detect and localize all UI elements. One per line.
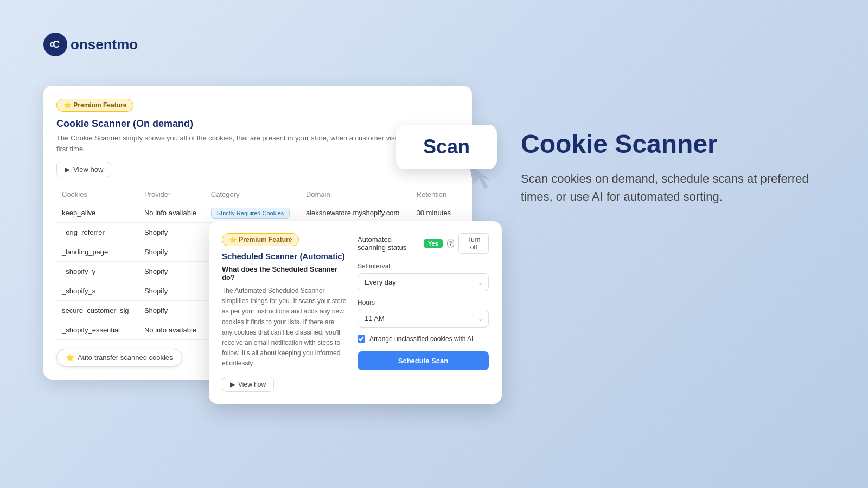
premium-badge-scheduled: ⭐ Premium Feature bbox=[222, 233, 299, 246]
col-category: Category bbox=[206, 186, 301, 203]
schedule-scan-button[interactable]: Schedule Scan bbox=[358, 351, 489, 370]
col-retention: Retention bbox=[411, 186, 459, 203]
hours-label: Hours bbox=[358, 299, 489, 306]
scheduled-card: ⭐ Premium Feature Scheduled Scanner (Aut… bbox=[209, 221, 502, 404]
auto-transfer-label: Auto-transfer scanned cookies bbox=[78, 354, 173, 362]
interval-select[interactable]: Every day Every week Every month bbox=[358, 273, 489, 291]
scheduled-view-how-button[interactable]: ▶ View how bbox=[222, 377, 274, 392]
scheduled-left-panel: ⭐ Premium Feature Scheduled Scanner (Aut… bbox=[222, 233, 347, 392]
turn-off-button[interactable]: Turn off bbox=[458, 233, 489, 254]
right-title: Cookie Scanner bbox=[521, 130, 825, 159]
status-yes-badge: Yes bbox=[424, 239, 443, 248]
scan-button[interactable]: Scan bbox=[396, 125, 497, 169]
interval-label: Set interval bbox=[358, 262, 489, 270]
logo: C onsentmo bbox=[43, 33, 138, 56]
hours-select[interactable]: 11 AM 12 PM 1 PM 2 PM bbox=[358, 310, 489, 328]
what-does-title: What does the Scheduled Scanner do? bbox=[222, 265, 347, 281]
col-domain: Domain bbox=[301, 186, 411, 203]
view-how-label-scheduled: View how bbox=[238, 381, 266, 388]
category-badge: Strictly Required Cookies bbox=[211, 208, 290, 219]
scheduled-right-panel: Automated scanning status Yes ? Turn off… bbox=[358, 233, 489, 370]
hours-select-wrapper: 11 AM 12 PM 1 PM 2 PM ⌄ bbox=[358, 310, 489, 328]
status-row: Automated scanning status Yes ? Turn off bbox=[358, 233, 489, 254]
logo-icon: C bbox=[43, 33, 67, 56]
play-icon-scheduled: ▶ bbox=[230, 381, 235, 388]
status-label: Automated scanning status bbox=[358, 235, 419, 252]
col-provider: Provider bbox=[139, 186, 206, 203]
scheduled-title: Scheduled Scanner (Automatic) bbox=[222, 252, 347, 261]
help-icon[interactable]: ? bbox=[447, 239, 455, 248]
view-how-label: View how bbox=[73, 165, 103, 174]
premium-badge-main: ⭐ Premium Feature bbox=[56, 99, 133, 112]
auto-transfer-button[interactable]: ⭐ Auto-transfer scanned cookies bbox=[56, 349, 182, 367]
play-icon: ▶ bbox=[65, 165, 70, 174]
right-description: Scan cookies on demand, schedule scans a… bbox=[521, 170, 825, 206]
arrange-cookies-checkbox[interactable] bbox=[358, 335, 365, 343]
svg-point-3 bbox=[51, 43, 53, 46]
right-panel: Cookie Scanner Scan cookies on demand, s… bbox=[521, 130, 825, 206]
scheduled-description: The Automated Scheduled Scanner simplifi… bbox=[222, 286, 347, 369]
star-icon: ⭐ bbox=[66, 354, 74, 362]
col-cookies: Cookies bbox=[56, 186, 139, 203]
checkbox-row: Arrange unclassified cookies with AI bbox=[358, 335, 489, 343]
table-row: keep_alive No info available Strictly Re… bbox=[56, 203, 459, 223]
logo-text: onsentmo bbox=[71, 36, 138, 53]
interval-select-wrapper: Every day Every week Every month ⌄ bbox=[358, 273, 489, 291]
view-how-button[interactable]: ▶ View how bbox=[56, 162, 111, 177]
checkbox-label: Arrange unclassified cookies with AI bbox=[369, 335, 473, 343]
